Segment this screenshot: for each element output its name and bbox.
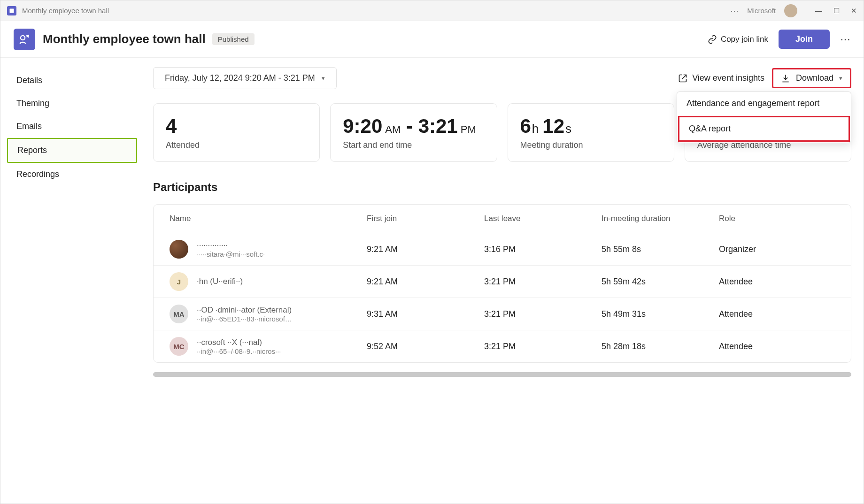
stat-card-time: 9:20AM - 3:21PM Start and end time: [330, 103, 497, 162]
copy-join-link-button[interactable]: Copy join link: [708, 35, 768, 44]
col-name: Name: [170, 214, 367, 223]
stat-time-value: 9:20AM - 3:21PM: [343, 115, 484, 137]
col-duration: In-meeting duration: [602, 214, 719, 223]
content-area: Friday, July 12, 2024 9:20 AM - 3:21 PM …: [144, 58, 864, 504]
avatar: MA: [170, 305, 188, 323]
header-more-button[interactable]: ⋯: [840, 33, 850, 46]
cell-duration: 5h 59m 42s: [602, 277, 719, 287]
cell-duration: 5h 49m 31s: [602, 309, 719, 319]
cell-role: Attendee: [719, 277, 835, 287]
window-maximize-button[interactable]: ☐: [833, 7, 840, 15]
horizontal-scrollbar[interactable]: [153, 372, 851, 377]
toolbar: Friday, July 12, 2024 9:20 AM - 3:21 PM …: [153, 67, 851, 89]
titlebar-more-icon[interactable]: ⋯: [730, 6, 739, 16]
window-title: Monthly employee town hall: [22, 7, 109, 15]
participants-heading: Participants: [153, 181, 851, 194]
stat-card-attended: 4 Attended: [153, 103, 320, 162]
avatar: J: [170, 272, 188, 291]
avatar: [170, 240, 188, 259]
brand-label: Microsoft: [747, 7, 776, 15]
cell-first-join: 9:31 AM: [367, 309, 484, 319]
stat-time-label: Start and end time: [343, 140, 484, 150]
page-title: Monthly employee town hall: [43, 32, 206, 46]
chevron-down-icon: ▾: [839, 75, 842, 82]
townhall-icon: [14, 29, 35, 50]
link-icon: [708, 35, 717, 44]
cell-role: Attendee: [719, 342, 835, 351]
col-last-leave: Last leave: [484, 214, 602, 223]
table-row[interactable]: J ·hn (U··erifi··) 9:21 AM 3:21 PM 5h 59…: [154, 265, 851, 298]
date-range-selector[interactable]: Friday, July 12, 2024 9:20 AM - 3:21 PM …: [153, 67, 337, 89]
svg-point-1: [21, 35, 25, 39]
menu-item-qa-report[interactable]: Q&A report: [678, 116, 850, 142]
sidebar-item-recordings[interactable]: Recordings: [7, 163, 137, 186]
table-row[interactable]: ···················sitara·@mi···soft.c· …: [154, 233, 851, 265]
download-menu: Attendance and engagement report Q&A rep…: [677, 92, 851, 143]
participant-name: ··crosoft ··X (···nal): [197, 338, 281, 347]
cell-last-leave: 3:21 PM: [484, 342, 602, 351]
view-event-insights-label: View event insights: [692, 73, 764, 83]
date-range-label: Friday, July 12, 2024 9:20 AM - 3:21 PM: [165, 73, 315, 83]
participant-name: ··············: [197, 241, 265, 250]
cell-duration: 5h 28m 18s: [602, 342, 719, 351]
sidebar: Details Theming Emails Reports Recording…: [0, 58, 144, 504]
stat-duration-value: 6h12s: [520, 115, 662, 137]
teams-icon: [7, 6, 16, 15]
participant-email: ·····sitara·@mi···soft.c·: [197, 250, 265, 258]
cell-role: Attendee: [719, 309, 835, 319]
status-badge: Published: [212, 33, 255, 45]
window-titlebar: Monthly employee town hall ⋯ Microsoft —…: [0, 0, 864, 21]
cell-first-join: 9:21 AM: [367, 277, 484, 287]
user-avatar[interactable]: [784, 4, 797, 17]
external-link-icon: [678, 74, 687, 83]
cell-duration: 5h 55m 8s: [602, 244, 719, 254]
cell-first-join: 9:52 AM: [367, 342, 484, 351]
cell-last-leave: 3:16 PM: [484, 244, 602, 254]
participant-name: ··OD ·dmini··ator (External): [197, 305, 292, 315]
cell-first-join: 9:21 AM: [367, 244, 484, 254]
stat-attended-value: 4: [166, 115, 307, 137]
download-button[interactable]: Download ▾: [772, 68, 851, 88]
cell-last-leave: 3:21 PM: [484, 309, 602, 319]
participants-table: Name First join Last leave In-meeting du…: [153, 204, 851, 363]
view-event-insights-button[interactable]: View event insights: [678, 73, 764, 83]
window-minimize-button[interactable]: —: [815, 7, 822, 15]
sidebar-item-theming[interactable]: Theming: [7, 92, 137, 115]
col-first-join: First join: [367, 214, 484, 223]
cell-role: Organizer: [719, 244, 835, 254]
table-row[interactable]: MA ··OD ·dmini··ator (External)··in@···6…: [154, 298, 851, 330]
page-header: Monthly employee town hall Published Cop…: [0, 21, 864, 58]
download-label: Download: [796, 73, 833, 83]
copy-join-link-label: Copy join link: [721, 35, 768, 44]
table-row[interactable]: MC ··crosoft ··X (···nal)··in@···65··/·0…: [154, 330, 851, 362]
sidebar-item-details[interactable]: Details: [7, 69, 137, 92]
participant-name: ·hn (U··erifi··): [197, 277, 243, 286]
stat-attended-label: Attended: [166, 140, 307, 150]
menu-item-attendance-report[interactable]: Attendance and engagement report: [677, 92, 851, 115]
stat-duration-label: Meeting duration: [520, 140, 662, 150]
svg-rect-0: [10, 8, 14, 13]
sidebar-item-emails[interactable]: Emails: [7, 115, 137, 138]
stat-card-duration: 6h12s Meeting duration: [508, 103, 674, 162]
participant-email: ··in@···65··/·08··9.··nicros···: [197, 347, 281, 355]
join-button[interactable]: Join: [779, 30, 830, 49]
avatar: MC: [170, 337, 188, 356]
sidebar-item-reports[interactable]: Reports: [7, 138, 137, 163]
download-icon: [781, 74, 790, 83]
table-header: Name First join Last leave In-meeting du…: [154, 205, 851, 233]
chevron-down-icon: ▾: [322, 75, 325, 82]
window-close-button[interactable]: ✕: [851, 7, 857, 15]
col-role: Role: [719, 214, 835, 223]
cell-last-leave: 3:21 PM: [484, 277, 602, 287]
participant-email: ··in@···65ED1···83··microsof…: [197, 315, 292, 323]
